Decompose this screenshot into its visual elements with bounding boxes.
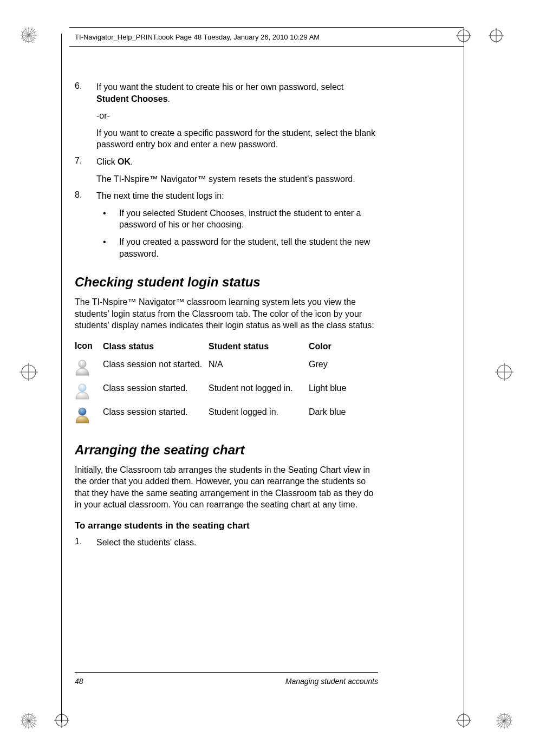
step-8: 8. The next time the student logs in: • … (75, 190, 378, 259)
print-header-text: TI-Navigator_Help_PRINT.book Page 48 Tue… (69, 33, 320, 41)
step-8-body-wrap: The next time the student logs in: • If … (96, 190, 378, 259)
arrange-step-1: 1. Select the students' class. (75, 537, 378, 549)
person-icon-lightblue (75, 383, 103, 400)
crop-mark-top-right-outer (489, 28, 504, 43)
crop-mark-bottom-left-inner (54, 713, 69, 728)
td-color-1: Grey (309, 359, 368, 370)
table-row: Class session started. Student logged in… (75, 403, 378, 427)
step-7-body: Click OK. The TI-Nspire™ Navigator™ syst… (96, 156, 378, 185)
arrange-step-1-body: Select the students' class. (96, 537, 378, 549)
td-color-2: Light blue (309, 383, 368, 394)
table-row: Class session started. Student not logge… (75, 380, 378, 403)
step-8-bullet-2-text: If you created a password for the studen… (119, 236, 378, 259)
th-student-status: Student status (209, 341, 309, 353)
td-student-1: N/A (209, 359, 309, 370)
page-content: 6. If you want the student to create his… (75, 81, 378, 554)
step-6-body: If you want the student to create his or… (96, 81, 378, 151)
bullet-icon: • (96, 207, 119, 231)
td-class-2: Class session started. (103, 383, 209, 394)
heading-arranging-chart: Arranging the seating chart (75, 442, 378, 458)
footer-rule (75, 672, 378, 673)
th-class-status: Class status (103, 341, 209, 353)
crop-starburst-bottom-right (496, 713, 512, 729)
step-8-bullet-2: • If you created a password for the stud… (96, 236, 378, 259)
crop-vertical-right (464, 34, 464, 722)
bullet-icon: • (96, 236, 119, 259)
step-7-para2: The TI-Nspire™ Navigator™ system resets … (96, 173, 378, 185)
step-8-bullet-1-text: If you selected Student Chooses, instruc… (119, 207, 378, 231)
crop-vertical-left (61, 34, 62, 722)
arrange-step-1-number: 1. (75, 537, 96, 549)
step-8-number: 8. (75, 190, 96, 259)
page-footer: 48 Managing student accounts (75, 672, 378, 686)
crop-mark-center-left (20, 363, 38, 381)
step-6-text-suffix: . (168, 94, 170, 103)
crop-starburst-top-left (21, 27, 37, 43)
footer-title: Managing student accounts (285, 677, 378, 686)
person-icon-grey (75, 359, 103, 376)
svg-point-47 (79, 408, 86, 415)
person-icon-darkblue (75, 407, 103, 424)
step-7-text-suffix: . (131, 157, 133, 166)
step-8-bullet-1: • If you selected Student Chooses, instr… (96, 207, 378, 231)
step-8-body: The next time the student logs in: (96, 191, 224, 200)
td-class-1: Class session not started. (103, 359, 209, 370)
td-student-2: Student not logged in. (209, 383, 309, 394)
step-6-or: -or- (96, 110, 378, 122)
step-6-number: 6. (75, 81, 96, 151)
td-color-3: Dark blue (309, 407, 368, 418)
svg-point-45 (79, 360, 86, 368)
step-7-text-prefix: Click (96, 157, 118, 166)
para-checking-status: The TI-Nspire™ Navigator™ classroom lear… (75, 296, 378, 331)
table-header-row: Icon Class status Student status Color (75, 338, 378, 356)
step-6-para2: If you want to create a specific passwor… (96, 127, 378, 151)
crop-starburst-bottom-left (21, 713, 37, 729)
step-7-number: 7. (75, 156, 96, 185)
step-6: 6. If you want the student to create his… (75, 81, 378, 151)
para-arranging-chart: Initially, the Classroom tab arranges th… (75, 464, 378, 511)
login-status-table: Icon Class status Student status Color C… (75, 338, 378, 427)
step-7: 7. Click OK. The TI-Nspire™ Navigator™ s… (75, 156, 378, 185)
td-class-3: Class session started. (103, 407, 209, 418)
td-student-3: Student logged in. (209, 407, 309, 418)
table-row: Class session not started. N/A Grey (75, 356, 378, 380)
print-header-bar: TI-Navigator_Help_PRINT.book Page 48 Tue… (69, 27, 464, 47)
step-7-text-bold: OK (118, 157, 131, 166)
heading-checking-status: Checking student login status (75, 275, 378, 290)
svg-point-46 (79, 384, 86, 392)
step-6-text-prefix: If you want the student to create his or… (96, 82, 343, 92)
th-color: Color (309, 341, 368, 353)
footer-page-number: 48 (75, 677, 83, 686)
th-icon: Icon (75, 341, 103, 351)
step-6-text-bold: Student Chooses (96, 94, 168, 103)
subheading-arrange: To arrange students in the seating chart (75, 520, 378, 531)
crop-mark-center-right (495, 363, 514, 381)
